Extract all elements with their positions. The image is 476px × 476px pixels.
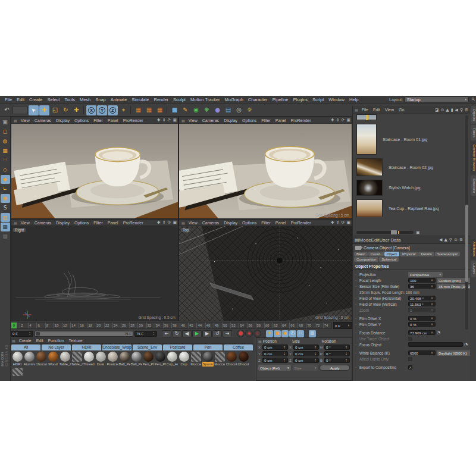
panel-icon[interactable]: ▤ (14, 221, 17, 225)
search-commander-icon[interactable]: ⚲ (471, 96, 476, 102)
material-swatch[interactable]: Chocola (35, 352, 47, 367)
viewport-nav-icon[interactable]: ⟳ (342, 220, 345, 225)
animation-dot-icon[interactable]: ◦ (355, 273, 358, 276)
toolbar-icon[interactable] (83, 106, 84, 114)
toolbar-icon[interactable]: ▦ (155, 105, 165, 115)
menu-item[interactable]: Edit (14, 97, 27, 102)
animation-dot-icon[interactable]: ◦ (355, 302, 358, 306)
viewport-menu-item[interactable]: Cameras (200, 221, 221, 225)
current-frame-field[interactable]: 0 F ▴▾ (333, 322, 352, 329)
browser-toolbar-icon[interactable]: ◀ (455, 108, 458, 112)
toolbar-icon[interactable]: ↻ (61, 105, 71, 115)
viewport-menu-item[interactable]: Filter (91, 118, 105, 123)
material-swatch[interactable]: Mocca (190, 352, 202, 367)
toolbar-icon[interactable] (130, 106, 131, 114)
viewport-menu-item[interactable]: Filter (91, 221, 105, 225)
toolbar-icon[interactable]: ❋ (202, 105, 212, 115)
record-toggle[interactable]: ■ (274, 330, 281, 337)
viewport-menu-item[interactable]: Options (240, 221, 259, 225)
range-start-field[interactable]: 0 F ▴▾ (11, 331, 33, 337)
coordinate-mode-dropdown[interactable]: Object (Rel)▾ (258, 365, 291, 371)
material-layer-tab[interactable]: Scene_Env (133, 345, 162, 350)
animation-dot-icon[interactable]: ◦ (355, 278, 358, 282)
browser-toolbar-icon[interactable]: ⊙ (440, 108, 444, 112)
mode-icon[interactable]: ∟ (1, 184, 10, 193)
value-field[interactable]: 0 %▴▾ (408, 322, 436, 327)
toolbar-icon[interactable]: ◱ (50, 105, 60, 115)
size-field[interactable]: 0 cm▴▾ (293, 351, 319, 356)
material-swatch[interactable]: Table_C (59, 352, 71, 367)
rotation-field[interactable]: 0 °▴▾ (324, 358, 350, 363)
rotation-field[interactable]: 0 °▴▾ (324, 345, 350, 350)
menu-item[interactable]: Motion Tracker (188, 97, 223, 102)
toolbar-icon[interactable]: ✚ (71, 105, 82, 115)
stepper-icon[interactable]: ▴▾ (431, 352, 434, 355)
record-toggle[interactable]: Ⓟ (289, 330, 296, 337)
viewport-menu-item[interactable]: ProRender (289, 221, 314, 225)
material-menu-item[interactable]: Function (46, 339, 67, 343)
mode-icon[interactable]: ▦ (1, 223, 10, 231)
toolbar-icon[interactable]: ◎ (234, 105, 244, 115)
attribute-tab[interactable]: Coord. (368, 252, 384, 256)
viewport-menu-item[interactable]: Display (221, 221, 240, 225)
side-tab[interactable]: Layers (471, 261, 476, 277)
side-tab[interactable]: Attributes (471, 239, 476, 259)
value-field[interactable]: 36▴▾ (408, 284, 436, 289)
material-layer-tab[interactable]: Pen (193, 345, 223, 350)
animation-dot-icon[interactable]: ◦ (355, 365, 358, 369)
viewport-menu-item[interactable]: Cameras (32, 118, 54, 123)
viewport-nav-icon[interactable]: ✚ (157, 220, 161, 225)
viewport-menu-item[interactable]: Panel (105, 221, 121, 225)
transport-button[interactable]: ▶ (192, 330, 202, 337)
toolbar-icon[interactable]: ◉ (191, 105, 201, 115)
mode-icon[interactable]: ◇ (1, 165, 10, 174)
mode-icon[interactable]: ▦ (1, 232, 10, 241)
viewport-perspective-left[interactable]: ▤ ViewCamerasDisplayOptionsFilterPanelPr… (11, 117, 178, 219)
record-button[interactable]: ◉ (245, 330, 253, 337)
attribute-tab[interactable]: Stereoscopic (435, 252, 461, 256)
transport-button[interactable]: ↺ (212, 330, 222, 337)
attribute-tab[interactable]: Details (418, 252, 434, 256)
stepper-icon[interactable]: ▴▾ (348, 324, 350, 327)
value-field[interactable]: 1▴▾ (408, 308, 436, 312)
thumbnail-view-icon[interactable]: ▣ (416, 230, 420, 235)
viewport-nav-icon[interactable]: ⇕ (336, 118, 340, 123)
browser-scrollbar[interactable] (465, 115, 468, 330)
toolbar-icon[interactable]: Y (97, 105, 107, 115)
attribute-tab[interactable]: Basic (354, 252, 368, 256)
material-swatch[interactable]: Dust (95, 352, 107, 367)
rotation-field[interactable]: 0 °▴▾ (324, 351, 350, 356)
browser-menu-item[interactable]: File (359, 108, 371, 112)
menu-item[interactable]: Snap (93, 97, 108, 102)
menu-item[interactable]: MoGraph (223, 97, 246, 102)
mode-icon[interactable]: S (1, 203, 10, 212)
record-toggle[interactable]: ∷ (297, 330, 304, 337)
animation-dot-icon[interactable]: ◦ (355, 322, 358, 326)
dropdown[interactable]: Perspective▾ (408, 272, 443, 277)
size-field[interactable]: 0 cm▴▾ (293, 358, 319, 363)
stepper-icon[interactable]: ▴▾ (153, 332, 155, 335)
stepper-icon[interactable]: ▴▾ (431, 323, 434, 326)
side-tab[interactable]: Objects (471, 106, 476, 124)
attribute-menu-item[interactable]: Mode (359, 237, 371, 243)
material-swatch[interactable]: Thread (83, 352, 95, 367)
toolbar-icon[interactable]: ▦ (144, 105, 154, 115)
viewport-menu-item[interactable]: View (186, 118, 200, 123)
toolbar-icon[interactable]: ➤ (29, 105, 39, 115)
material-swatch[interactable]: Cup (178, 352, 190, 367)
panel-icon[interactable]: ▤ (14, 118, 17, 123)
viewport-nav-icon[interactable]: ▣ (173, 118, 177, 123)
attribute-tab[interactable]: Spherical (379, 257, 399, 262)
mode-icon[interactable]: ◉ (1, 194, 10, 203)
animation-dot-icon[interactable]: ◦ (355, 284, 358, 288)
material-swatch[interactable]: Wood (47, 352, 59, 367)
panel-icon[interactable]: ▤ (355, 237, 359, 243)
wireframe-scene[interactable] (179, 226, 352, 321)
browser-menu-item[interactable]: View (383, 108, 396, 112)
viewport-menu-item[interactable]: ProRender (121, 221, 146, 225)
picker-icon[interactable]: ◔ (464, 342, 468, 347)
dropdown[interactable]: Daylight (6500 K)▾ (437, 350, 470, 356)
browser-toolbar-icon[interactable]: ⚲ (460, 108, 463, 112)
size-mode-dropdown[interactable]: Size▾ (293, 365, 318, 371)
value-field[interactable]: 0 %▴▾ (408, 316, 436, 321)
